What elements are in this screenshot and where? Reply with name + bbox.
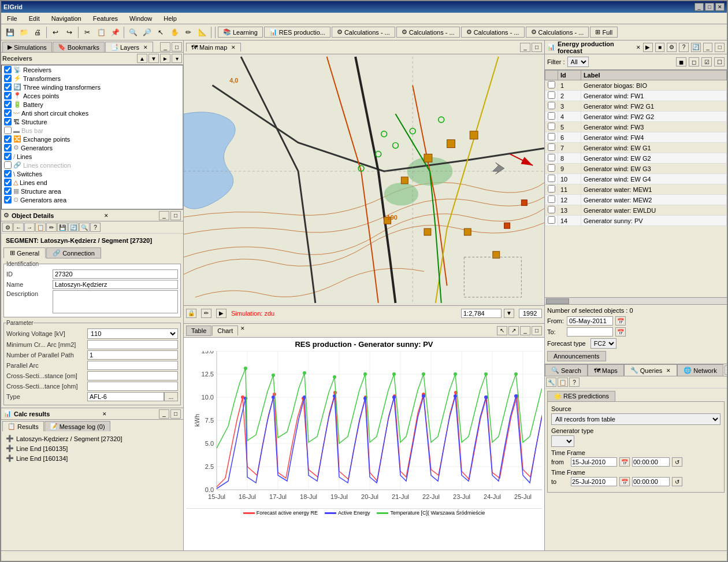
toolbar-zoom-in[interactable]: 🔍	[127, 26, 139, 39]
toolbar-tab-calc1[interactable]: ⚙ Calculations - ...	[332, 27, 395, 38]
toolbar-tab-calc2[interactable]: ⚙ Calculations - ...	[396, 27, 460, 38]
menu-edit[interactable]: Edit	[25, 14, 43, 23]
close-queries-icon[interactable]: ✕	[666, 368, 671, 374]
map-viewport[interactable]: 4,0 190	[184, 54, 544, 305]
tab-network[interactable]: 🌐 Network	[677, 364, 723, 376]
close-objdetails-icon[interactable]: ✕	[104, 213, 109, 219]
parallelarc-field[interactable]	[87, 361, 178, 370]
layer-switches-checkbox[interactable]	[4, 170, 12, 178]
objdetails-maximize-btn[interactable]: □	[170, 211, 181, 220]
row-checkbox-0[interactable]	[548, 81, 555, 88]
layer-structure-checkbox[interactable]	[4, 118, 12, 125]
row-checkbox-9[interactable]	[548, 175, 555, 182]
energy-settings-btn[interactable]: ⚙	[667, 43, 677, 52]
layer-transformers[interactable]: ⚡ Transformers	[2, 74, 183, 83]
chart-minimize-btn[interactable]: _	[520, 326, 530, 335]
layer-anti-short[interactable]: 〰 Anti short circuit chokes	[2, 109, 183, 117]
menu-file[interactable]: File	[3, 14, 21, 23]
map-edit-btn[interactable]: ✏	[201, 309, 211, 318]
energy-play-btn[interactable]: ▶	[643, 43, 653, 52]
scale-dropdown-btn[interactable]: ▼	[504, 309, 514, 318]
toolbar-copy[interactable]: 📋	[95, 26, 107, 39]
layer-battery[interactable]: 🔋 Battery	[2, 100, 183, 109]
layer-structure-area[interactable]: ▦ Structure area	[2, 187, 183, 195]
chart-cursor1-btn[interactable]: ↖	[497, 326, 507, 335]
layer-lines-connection[interactable]: 🔗 Lines connection	[2, 161, 183, 169]
energy-table-row[interactable]: 8 Generator wind: EW G2	[545, 153, 727, 164]
row-checkbox-13[interactable]	[548, 216, 555, 224]
obj-tb-7[interactable]: 🔄	[68, 223, 79, 232]
cross1-field[interactable]	[87, 371, 178, 380]
tf-from-time[interactable]	[632, 457, 670, 467]
tab-bookmarks[interactable]: 🔖 Bookmarks	[53, 42, 105, 52]
layer-options-btn[interactable]: ▾	[172, 54, 182, 63]
scroll-up-btn[interactable]: ▲	[137, 54, 147, 63]
calc-minimize-btn[interactable]: _	[159, 409, 169, 419]
toolbar-undo[interactable]: ↩	[49, 26, 62, 39]
tab-maps[interactable]: 🗺 Maps	[588, 364, 624, 376]
energy-table-row[interactable]: 9 Generator wind: EW G3	[545, 164, 727, 174]
energy-table-row[interactable]: 10 Generator wind: EW G4	[545, 174, 727, 184]
to-calendar-btn[interactable]: 📅	[615, 327, 626, 337]
menu-window[interactable]: Window	[126, 14, 155, 23]
layer-receivers-checkbox[interactable]	[4, 66, 12, 73]
from-calendar-btn[interactable]: 📅	[615, 316, 626, 326]
toolbar-cut[interactable]: ✂	[81, 26, 94, 39]
layer-receivers[interactable]: 📡 Receivers	[2, 65, 183, 74]
toolbar-btn-2[interactable]: 📁	[17, 26, 30, 39]
toolbar-tab-calc3[interactable]: ⚙ Calculations - ...	[461, 27, 525, 38]
toolbar-tab-calc4[interactable]: ⚙ Calculations - ...	[526, 27, 589, 38]
obj-tb-2[interactable]: ←	[13, 223, 24, 232]
tab-search[interactable]: 🔍 Search	[545, 364, 588, 376]
id-field[interactable]	[53, 269, 178, 279]
chart-tab-table[interactable]: Table	[186, 326, 211, 336]
obj-tab-general[interactable]: ⊞ General	[3, 247, 46, 258]
voltage-select[interactable]: 110	[87, 328, 178, 339]
layer-structure[interactable]: 🏗 Structure	[2, 117, 183, 126]
layer-linesend-checkbox[interactable]	[4, 179, 12, 186]
objdetails-minimize-btn[interactable]: _	[159, 211, 169, 220]
layer-bus-bar[interactable]: ▬ Bus bar	[2, 126, 183, 135]
toolbar-draw[interactable]: ✏	[182, 26, 195, 39]
energy-table-row[interactable]: 2 Generator wind: FW1	[545, 91, 727, 101]
announcements-btn[interactable]: Announcements	[547, 351, 606, 361]
obj-tb-4[interactable]: 📋	[35, 223, 46, 232]
type-browse-btn[interactable]: ...	[164, 392, 178, 401]
layer-lines-end[interactable]: △ Lines end	[2, 178, 183, 187]
gen-type-select[interactable]	[551, 435, 574, 447]
layer-linesconn-checkbox[interactable]	[4, 161, 12, 169]
tf-from-calendar[interactable]: 📅	[619, 457, 630, 467]
row-checkbox-12[interactable]	[548, 206, 555, 213]
layer-three-winding[interactable]: 🔄 Three winding transformers	[2, 83, 183, 91]
tab-results[interactable]: 📋 Results	[2, 421, 44, 431]
tf-to-date[interactable]	[571, 477, 617, 486]
tab-layers[interactable]: 📑 Layers ✕	[105, 42, 153, 52]
filter-btn2[interactable]: ◻	[689, 57, 699, 66]
tab-message-log[interactable]: 📝 Message log (0)	[44, 421, 110, 431]
energy-table-row[interactable]: 4 Generator wind: FW2 G2	[545, 112, 727, 122]
energy-maximize-btn[interactable]: □	[715, 43, 725, 52]
menu-help[interactable]: Help	[160, 14, 180, 23]
scale-input[interactable]	[461, 309, 502, 318]
tab-simulations[interactable]: ▶ Simulations	[2, 42, 52, 52]
row-checkbox-11[interactable]	[548, 195, 555, 203]
layer-antishort-checkbox[interactable]	[4, 109, 12, 117]
layer-generators-area[interactable]: ⊙ Generators area	[2, 195, 183, 204]
calc-maximize-btn[interactable]: □	[170, 409, 181, 419]
energy-hscroll[interactable]	[545, 297, 727, 304]
calc-item-2[interactable]: ➕ Line End [160134]	[3, 453, 181, 463]
filter-btn4[interactable]: ☐	[714, 57, 725, 66]
row-checkbox-4[interactable]	[548, 123, 555, 130]
layer-generators[interactable]: ⚙ Generators	[2, 143, 183, 152]
tf-from-date[interactable]	[571, 457, 617, 467]
from-date-input[interactable]	[567, 316, 613, 326]
layer-switches[interactable]: \ Switches	[2, 169, 183, 178]
parallel-field[interactable]	[87, 350, 178, 360]
searchpanel-btn1[interactable]: ↑	[725, 365, 727, 375]
scroll-down-btn[interactable]: ▼	[148, 54, 159, 63]
maximize-btn[interactable]: □	[705, 3, 714, 11]
toolbar-redo[interactable]: ↪	[63, 26, 76, 39]
energy-table-row[interactable]: 7 Generator wind: EW G1	[545, 143, 727, 153]
cross2-field[interactable]	[87, 382, 178, 391]
energy-table-row[interactable]: 3 Generator wind: FW2 G1	[545, 101, 727, 112]
